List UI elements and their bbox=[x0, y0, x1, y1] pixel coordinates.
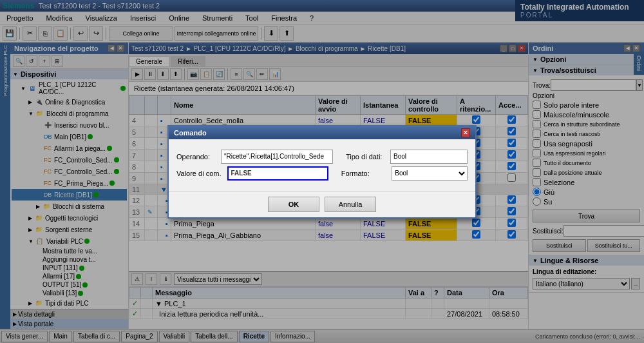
modal-operando-input[interactable] bbox=[221, 150, 333, 164]
modal-overlay: Comando ✕ Operando: Tipo di dati: Valore… bbox=[0, 0, 644, 343]
modal-close-btn[interactable]: ✕ bbox=[461, 128, 470, 137]
modal-tipo-label: Tipo di dati: bbox=[346, 153, 390, 161]
modal-footer: OK Annulla bbox=[169, 191, 475, 217]
modal-formato-label: Formato: bbox=[341, 170, 392, 177]
modal-operando-label: Operando: bbox=[176, 153, 221, 161]
modal-value-row: Valore di com. Formato: Bool bbox=[176, 166, 468, 181]
modal-cancel-btn[interactable]: Annulla bbox=[325, 197, 376, 212]
modal-valore-input[interactable] bbox=[227, 166, 328, 181]
modal-valore-label: Valore di com. bbox=[176, 170, 227, 177]
modal-ok-btn[interactable]: OK bbox=[268, 197, 319, 212]
modal-operando-row: Operando: Tipo di dati: bbox=[176, 150, 468, 164]
modal-title: Comando bbox=[174, 129, 207, 137]
modal-formato-select[interactable]: Bool bbox=[392, 166, 468, 181]
modal-tipo-input bbox=[390, 150, 468, 164]
modal-body: Operando: Tipo di dati: Valore di com. F… bbox=[169, 139, 475, 191]
modal-title-bar: Comando ✕ bbox=[169, 126, 475, 139]
modal-dialog: Comando ✕ Operando: Tipo di dati: Valore… bbox=[167, 125, 477, 219]
